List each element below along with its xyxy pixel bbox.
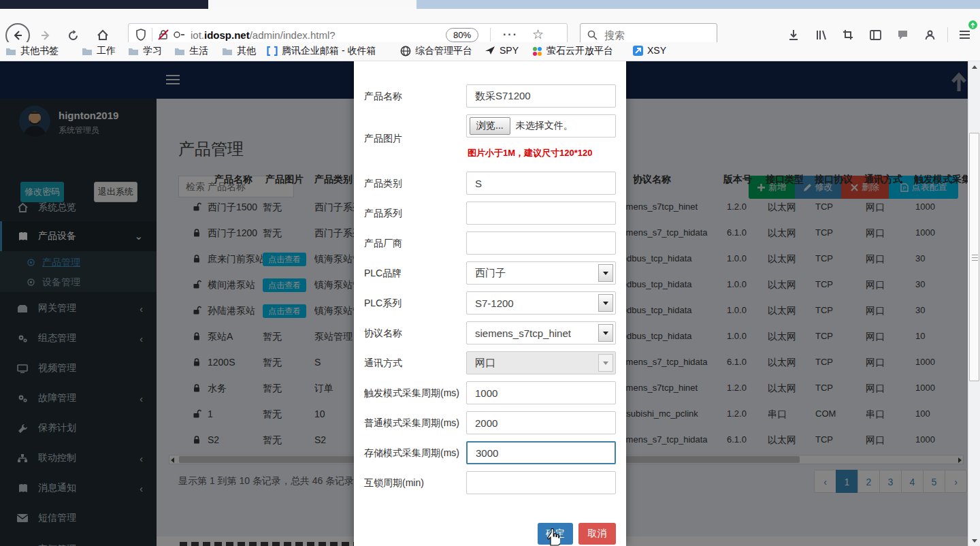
bookmark-item[interactable]: 腾讯企业邮箱 - 收件箱 <box>267 45 376 57</box>
page-vscrollbar[interactable] <box>968 61 980 546</box>
bookmark-star-icon[interactable]: ☆ <box>532 27 544 42</box>
product-category-input[interactable] <box>466 172 616 195</box>
screen: iot.idosp.net/admin/index.html? 80% ··· … <box>0 0 980 546</box>
plc-brand-select[interactable]: 西门子 <box>466 261 616 285</box>
sidebar-toggle-button[interactable] <box>866 25 885 44</box>
image-size-hint: 图片小于1M，建议尺寸120*120 <box>468 147 593 159</box>
shield-icon <box>135 29 146 41</box>
folder-icon <box>82 47 93 56</box>
plc-series-select[interactable]: S7-1200 <box>466 291 616 315</box>
url-path-text: /admin/index.html? <box>250 29 336 41</box>
bookmark-folder[interactable]: 工作 <box>82 45 116 57</box>
bookmark-item[interactable]: 萤石云开放平台 <box>532 45 613 57</box>
page-viewport: hignton2019 系统管理员 修改密码 退出系统 系统总览 产品设备 ⌄ … <box>0 61 980 546</box>
interlock-period-input[interactable] <box>466 471 616 494</box>
cancel-button[interactable]: 取消 <box>578 523 616 545</box>
comm-mode-select: 网口 <box>466 351 616 374</box>
bookmark-item[interactable]: XSY <box>633 45 666 56</box>
download-icon <box>788 29 799 41</box>
bookmark-folder[interactable]: 生活 <box>174 45 208 57</box>
update-badge <box>968 20 977 29</box>
bookmark-label: 工作 <box>97 45 116 57</box>
screenshot-button[interactable] <box>838 25 858 44</box>
chevron-down-icon <box>598 294 613 312</box>
bookmark-label: 其他 <box>237 45 256 57</box>
bookmark-label: 其他书签 <box>20 45 59 57</box>
browse-button[interactable]: 浏览... <box>470 117 510 135</box>
titlebar-dark-segment <box>0 0 208 9</box>
zoom-level-badge[interactable]: 80% <box>446 28 478 42</box>
folder-icon <box>174 47 185 56</box>
plane-icon <box>485 46 495 55</box>
screenshot-icon <box>843 29 853 40</box>
back-arrow-icon <box>12 29 24 42</box>
messages-button[interactable] <box>893 25 912 44</box>
field-label-category: 产品类别 <box>364 178 402 190</box>
field-label-product-image: 产品图片 <box>364 133 402 145</box>
field-label-interlock-period: 互锁周期(min) <box>364 477 424 489</box>
sidebars-icon <box>870 30 881 40</box>
field-label-trigger-period: 触发模式采集周期(ms) <box>364 387 459 400</box>
product-edit-modal: 产品名称 产品图片 浏览... 未选择文件。 图片小于1M，建议尺寸120*12… <box>354 61 626 546</box>
product-image-file-input[interactable]: 浏览... 未选择文件。 <box>466 114 616 138</box>
bookmarks-bar: 其他书签 工作 学习 生活 其他 腾讯企业邮箱 - 收件箱 综合管理平台 SP <box>0 42 980 61</box>
active-tab[interactable] <box>208 0 416 9</box>
menu-button[interactable] <box>954 25 975 44</box>
chevron-down-icon <box>598 264 613 282</box>
bookmark-label: 腾讯企业邮箱 - 收件箱 <box>282 45 376 57</box>
speech-bubble-icon <box>897 29 909 40</box>
bookmark-label: 生活 <box>189 45 208 57</box>
url-scheme-text: iot. <box>191 29 204 41</box>
library-icon <box>815 29 827 41</box>
field-label-protocol: 协议名称 <box>364 327 402 340</box>
field-label-normal-period: 普通模式采集周期(ms) <box>364 417 459 430</box>
account-button[interactable] <box>920 25 939 44</box>
bookmark-label: SPY <box>500 45 519 56</box>
scroll-down-button[interactable] <box>968 535 980 546</box>
divider <box>490 28 491 42</box>
vscroll-thumb[interactable] <box>969 133 979 381</box>
bookmark-item[interactable]: 综合管理平台 <box>400 45 472 57</box>
hamburger-icon <box>959 30 970 39</box>
storage-period-input[interactable] <box>466 441 616 464</box>
reload-icon <box>67 30 79 42</box>
page-actions-icon[interactable]: ··· <box>503 29 518 41</box>
url-domain-text: idosp.net <box>204 29 250 41</box>
mouse-cursor-hand <box>545 528 560 546</box>
field-label-product-name: 产品名称 <box>364 91 402 103</box>
bookmark-folder[interactable]: 其他书签 <box>5 45 59 57</box>
chevron-down-icon <box>598 354 613 372</box>
bookmark-folder[interactable]: 学习 <box>128 45 162 57</box>
grid-dots-icon <box>532 46 542 57</box>
file-chosen-text: 未选择文件。 <box>516 120 573 132</box>
product-manufacturer-input[interactable] <box>466 231 616 255</box>
product-name-input[interactable] <box>466 84 616 108</box>
chevron-down-icon <box>598 324 613 342</box>
home-icon <box>97 29 109 42</box>
trigger-period-input[interactable] <box>466 381 616 404</box>
field-label-series: 产品系列 <box>364 208 402 220</box>
update-arrow-icon <box>970 22 975 28</box>
field-label-comm-mode: 通讯方式 <box>364 357 402 370</box>
forward-arrow-icon <box>39 29 52 42</box>
field-label-manufacturer: 产品厂商 <box>364 238 402 250</box>
protocol-select[interactable]: siemens_s7tcp_hinet <box>466 321 616 344</box>
divider <box>947 27 948 42</box>
tencent-mail-icon <box>267 46 278 56</box>
divider <box>152 28 152 42</box>
search-input[interactable] <box>603 29 705 42</box>
library-button[interactable] <box>811 25 830 44</box>
arrow-square-icon <box>633 46 643 56</box>
downloads-button[interactable] <box>784 25 803 44</box>
scroll-up-button[interactable] <box>968 61 980 72</box>
field-label-storage-period: 存储模式采集周期(ms) <box>364 447 459 460</box>
folder-icon <box>222 47 233 56</box>
folder-icon <box>5 47 16 56</box>
insecure-lock-icon <box>158 29 169 40</box>
permissions-icon <box>173 29 185 40</box>
bookmark-item[interactable]: SPY <box>485 45 519 56</box>
normal-period-input[interactable] <box>466 411 616 434</box>
product-series-input[interactable] <box>466 202 616 225</box>
bookmark-folder[interactable]: 其他 <box>222 45 256 57</box>
bookmark-label: 学习 <box>143 45 162 57</box>
